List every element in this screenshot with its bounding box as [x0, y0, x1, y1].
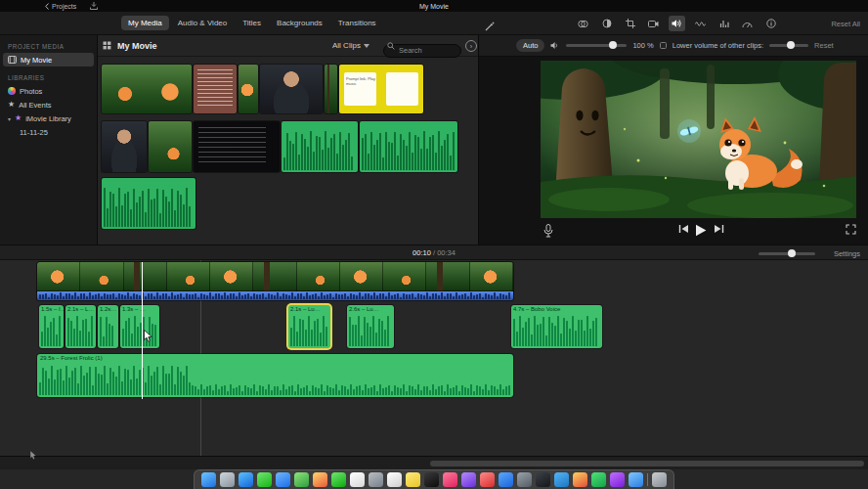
media-clip-forest-filmstrip[interactable] — [102, 65, 192, 113]
color-correction-icon[interactable] — [598, 16, 615, 31]
dock-icon-reminders[interactable] — [387, 472, 402, 487]
timeline-zoom-slider[interactable] — [759, 252, 815, 255]
fullscreen-icon[interactable] — [846, 224, 856, 235]
audio-waveform — [290, 314, 328, 346]
media-clip-script-card[interactable] — [194, 65, 237, 113]
sidebar-item-photos[interactable]: Photos — [0, 84, 97, 98]
media-clip-audio[interactable] — [360, 121, 457, 172]
dock-icon-trash[interactable] — [652, 472, 667, 487]
timeline-audio-clip-selected[interactable]: 2.1s – Lu… — [288, 305, 330, 348]
sidebar-item-all-events[interactable]: ★ All Events — [0, 98, 97, 111]
enhance-wand-icon[interactable] — [485, 18, 496, 35]
lower-volume-slider[interactable] — [769, 44, 808, 47]
timecode-display: 00:10 / 00:34 — [0, 248, 868, 257]
audio-waveform — [39, 292, 511, 299]
dock-icon-maps[interactable] — [294, 472, 309, 487]
stabilization-icon[interactable] — [645, 16, 662, 31]
media-clip-presenter[interactable] — [102, 121, 147, 172]
dock-icon-photos[interactable] — [313, 472, 327, 487]
dock-icon-app-store[interactable] — [499, 472, 513, 487]
voiceover-mic-icon[interactable] — [543, 224, 553, 238]
search-field[interactable] — [383, 39, 461, 53]
equalizer-icon[interactable] — [716, 16, 732, 31]
zoom-knob[interactable] — [788, 249, 796, 257]
dock-icon-vscode[interactable] — [554, 472, 569, 487]
media-clip-audio[interactable] — [102, 178, 195, 229]
browser-more-icon[interactable]: › — [465, 40, 477, 52]
noise-reduction-icon[interactable] — [692, 16, 709, 31]
media-clip-forest[interactable] — [149, 121, 192, 172]
color-balance-icon[interactable] — [575, 16, 591, 31]
reset-all-button[interactable]: Reset All — [831, 20, 860, 28]
dock-icon-files[interactable] — [629, 472, 643, 487]
titlebar: Projects My Movie — [0, 0, 868, 12]
timeline-scrollbar[interactable] — [0, 456, 868, 469]
timeline-audio-clip[interactable]: 1.2s… — [98, 305, 118, 348]
crop-icon[interactable] — [622, 16, 638, 31]
info-icon[interactable] — [762, 16, 779, 31]
grid-view-icon[interactable] — [103, 41, 111, 50]
media-clip-forest[interactable] — [239, 65, 258, 113]
timeline-music-clip[interactable]: 29.5s – Forest Frolic (1) — [37, 354, 513, 397]
dock-icon-browser[interactable] — [573, 472, 587, 487]
next-button[interactable] — [714, 224, 724, 234]
sidebar-item-my-movie[interactable]: My Movie — [3, 53, 94, 67]
timeline-settings-button[interactable]: Settings — [834, 249, 860, 258]
playhead[interactable] — [142, 262, 143, 399]
previous-button[interactable] — [678, 224, 689, 234]
timeline-audio-clip[interactable]: 2.1s – L… — [65, 305, 96, 348]
dock-icon-music[interactable] — [443, 472, 457, 487]
timeline-audio-clip[interactable]: 1.5s – I… — [39, 305, 64, 348]
filmstrip-frame — [124, 262, 167, 291]
media-clip-forest[interactable] — [325, 65, 337, 113]
timeline-filmstrip[interactable] — [37, 262, 513, 291]
dock-icon-podcasts[interactable] — [461, 472, 476, 487]
dock-icon-notes[interactable] — [406, 472, 420, 487]
tab-audio-video[interactable]: Audio & Video — [171, 16, 235, 30]
speed-icon[interactable] — [739, 16, 756, 31]
tab-titles[interactable]: Titles — [236, 16, 268, 30]
dock-icon-tv[interactable] — [424, 472, 439, 487]
media-clip-presenter[interactable] — [260, 65, 323, 113]
total-duration: / 00:34 — [433, 248, 456, 257]
tab-my-media[interactable]: My Media — [121, 16, 169, 30]
filmstrip-frame — [80, 262, 123, 291]
dock-icon-facetime[interactable] — [331, 472, 346, 487]
dock-icon-launchpad[interactable] — [220, 472, 235, 487]
timeline-audio-clip[interactable]: 4.7s – Bobo Voice — [511, 305, 602, 348]
dock-icon-terminal[interactable] — [536, 472, 550, 487]
dock-icon-news[interactable] — [480, 472, 495, 487]
timeline-audio-clip[interactable]: 2.6s – Lu… — [347, 305, 394, 348]
scrollbar-thumb[interactable] — [430, 461, 864, 467]
dock-icon-contacts[interactable] — [369, 472, 383, 487]
search-input[interactable] — [383, 44, 461, 58]
dock-icon-imovie[interactable] — [610, 472, 625, 487]
volume-adjust-icon[interactable] — [669, 16, 685, 31]
dock-icon-messages[interactable] — [257, 472, 272, 487]
text-lines — [197, 69, 233, 109]
volume-slider-knob[interactable] — [609, 41, 617, 49]
dock-icon-calendar[interactable] — [350, 472, 365, 487]
media-clip-screen-recording[interactable] — [194, 121, 280, 172]
volume-slider[interactable] — [566, 44, 627, 47]
sidebar-item-event-11-11-25[interactable]: 11-11-25 — [0, 125, 97, 139]
play-button[interactable] — [695, 224, 707, 237]
reset-button[interactable]: Reset — [814, 41, 834, 50]
dock-icon-mail[interactable] — [276, 472, 290, 487]
tab-backgrounds[interactable]: Backgrounds — [270, 16, 329, 30]
lower-volume-checkbox[interactable] — [660, 42, 667, 49]
sidebar-item-imovie-library[interactable]: ▾ ★ iMovie Library — [0, 111, 97, 125]
dock-icon-system-settings[interactable] — [517, 472, 532, 487]
dock-icon-spotify[interactable] — [591, 472, 606, 487]
dock-icon-safari[interactable] — [239, 472, 253, 487]
sidebar: PROJECT MEDIA My Movie LIBRARIES Photos … — [0, 35, 98, 244]
dock-icon-finder[interactable] — [201, 472, 216, 487]
video-audio-strip[interactable] — [37, 291, 513, 300]
clip-filter-dropdown[interactable]: All Clips — [332, 41, 369, 50]
media-clip-audio[interactable] — [282, 121, 358, 172]
timeline-audio-clip[interactable]: 1.3s – … — [120, 305, 159, 348]
lower-volume-knob[interactable] — [787, 41, 795, 49]
tab-transitions[interactable]: Transitions — [331, 16, 383, 30]
auto-volume-button[interactable]: Auto — [516, 39, 544, 52]
media-clip-prompt-cards[interactable]: Prompt link. Play music — [339, 65, 423, 113]
